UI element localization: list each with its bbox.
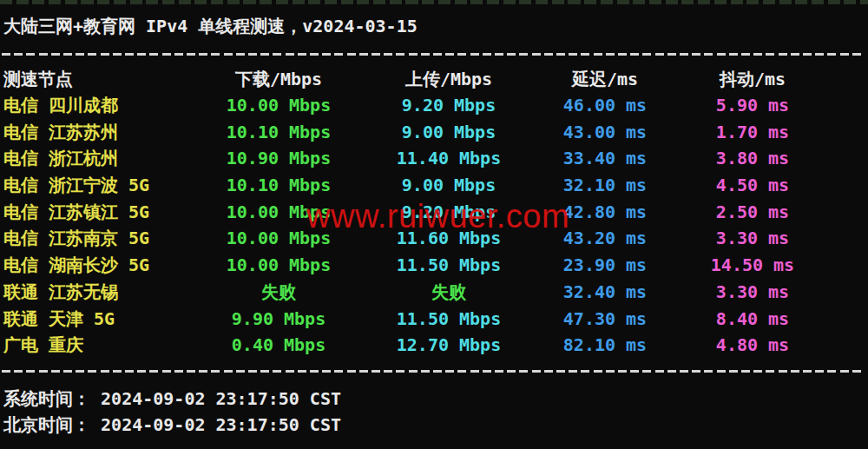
system-time-line: 系统时间： 2024-09-02 23:17:50 CST xyxy=(0,386,868,412)
header-download: 下载/Mbps xyxy=(194,66,363,92)
latency-cell: 43.20 ms xyxy=(535,225,675,252)
table-row: 广电 重庆 0.40 Mbps 12.70 Mbps 82.10 ms 4.80… xyxy=(0,332,868,359)
latency-cell: 32.40 ms xyxy=(535,279,675,306)
latency-cell: 32.10 ms xyxy=(535,172,675,199)
latency-cell: 23.90 ms xyxy=(535,252,675,279)
header-node: 测速节点 xyxy=(0,66,194,92)
latency-cell: 33.40 ms xyxy=(535,145,675,172)
jitter-cell: 4.50 ms xyxy=(675,172,830,199)
upload-cell: 11.60 Mbps xyxy=(363,225,535,252)
header-jitter: 抖动/ms xyxy=(675,66,830,92)
download-cell: 10.10 Mbps xyxy=(194,119,363,146)
node-name-cell: 联通 天津 5G xyxy=(0,306,194,333)
system-time-value: 2024-09-02 23:17:50 CST xyxy=(101,388,341,409)
table-row: 电信 湖南长沙 5G 10.00 Mbps 11.50 Mbps 23.90 m… xyxy=(0,252,868,279)
latency-cell: 47.30 ms xyxy=(535,306,675,333)
speedtest-results-table: 电信 四川成都 10.00 Mbps 9.20 Mbps 46.00 ms 5.… xyxy=(0,92,868,359)
upload-cell: 11.50 Mbps xyxy=(363,252,535,279)
jitter-cell: 3.30 ms xyxy=(675,225,830,252)
table-row: 电信 浙江杭州 10.90 Mbps 11.40 Mbps 33.40 ms 3… xyxy=(0,145,868,172)
table-row: 电信 江苏南京 5G 10.00 Mbps 11.60 Mbps 43.20 m… xyxy=(0,225,868,252)
download-cell: 10.00 Mbps xyxy=(194,92,363,119)
download-cell: 10.00 Mbps xyxy=(194,199,363,226)
jitter-cell: 1.70 ms xyxy=(675,119,830,146)
table-row: 电信 浙江宁波 5G 10.10 Mbps 9.00 Mbps 32.10 ms… xyxy=(0,172,868,199)
beijing-time-label: 北京时间： xyxy=(3,414,90,435)
download-cell: 失败 xyxy=(194,279,363,306)
node-name-cell: 电信 江苏苏州 xyxy=(0,119,194,146)
upload-cell: 11.50 Mbps xyxy=(363,306,535,333)
latency-cell: 43.00 ms xyxy=(535,119,675,146)
download-cell: 0.40 Mbps xyxy=(194,332,363,359)
node-name-cell: 电信 浙江杭州 xyxy=(0,145,194,172)
download-cell: 10.90 Mbps xyxy=(194,145,363,172)
separator-dashed xyxy=(2,370,863,373)
node-name-cell: 电信 湖南长沙 5G xyxy=(0,252,194,279)
table-row: 电信 四川成都 10.00 Mbps 9.20 Mbps 46.00 ms 5.… xyxy=(0,92,868,119)
table-row: 联通 江苏无锡 失败 失败 32.40 ms 3.30 ms xyxy=(0,279,868,306)
download-cell: 10.00 Mbps xyxy=(194,252,363,279)
jitter-cell: 14.50 ms xyxy=(675,252,830,279)
upload-cell: 9.00 Mbps xyxy=(363,172,535,199)
page-title: 大陆三网+教育网 IPv4 单线程测速，v2024-03-15 xyxy=(0,13,868,39)
node-name-cell: 联通 江苏无锡 xyxy=(0,279,194,306)
jitter-cell: 8.40 ms xyxy=(675,306,830,333)
latency-cell: 46.00 ms xyxy=(535,92,675,119)
table-row: 电信 江苏镇江 5G 10.00 Mbps 9.20 Mbps 42.80 ms… xyxy=(0,199,868,226)
table-row: 联通 天津 5G 9.90 Mbps 11.50 Mbps 47.30 ms 8… xyxy=(0,306,868,333)
beijing-time-line: 北京时间： 2024-09-02 23:17:50 CST xyxy=(0,412,868,438)
upload-cell: 失败 xyxy=(363,279,535,306)
download-cell: 9.90 Mbps xyxy=(194,306,363,333)
node-name-cell: 电信 四川成都 xyxy=(0,92,194,119)
header-latency: 延迟/ms xyxy=(535,66,675,92)
jitter-cell: 3.30 ms xyxy=(675,279,830,306)
table-row: 电信 江苏苏州 10.10 Mbps 9.00 Mbps 43.00 ms 1.… xyxy=(0,119,868,146)
upload-cell: 12.70 Mbps xyxy=(363,332,535,359)
terminal-screen: 大陆三网+教育网 IPv4 单线程测速，v2024-03-15 测速节点 下载/… xyxy=(0,0,868,449)
separator-dashed xyxy=(2,53,863,56)
beijing-time-value: 2024-09-02 23:17:50 CST xyxy=(101,414,341,435)
jitter-cell: 4.80 ms xyxy=(675,332,830,359)
jitter-cell: 2.50 ms xyxy=(675,199,830,226)
upload-cell: 9.20 Mbps xyxy=(363,199,535,226)
latency-cell: 42.80 ms xyxy=(535,199,675,226)
node-name-cell: 电信 浙江宁波 5G xyxy=(0,172,194,199)
upload-cell: 11.40 Mbps xyxy=(363,145,535,172)
node-name-cell: 电信 江苏镇江 5G xyxy=(0,199,194,226)
upload-cell: 9.00 Mbps xyxy=(363,119,535,146)
download-cell: 10.00 Mbps xyxy=(194,225,363,252)
latency-cell: 82.10 ms xyxy=(535,332,675,359)
upload-cell: 9.20 Mbps xyxy=(363,92,535,119)
system-time-label: 系统时间： xyxy=(3,388,90,409)
header-upload: 上传/Mbps xyxy=(363,66,535,92)
node-name-cell: 广电 重庆 xyxy=(0,332,194,359)
table-header-row: 测速节点 下载/Mbps 上传/Mbps 延迟/ms 抖动/ms xyxy=(0,66,868,92)
jitter-cell: 3.80 ms xyxy=(675,145,830,172)
node-name-cell: 电信 江苏南京 5G xyxy=(0,225,194,252)
download-cell: 10.10 Mbps xyxy=(194,172,363,199)
clipped-separator-line xyxy=(0,0,868,4)
jitter-cell: 5.90 ms xyxy=(675,92,830,119)
